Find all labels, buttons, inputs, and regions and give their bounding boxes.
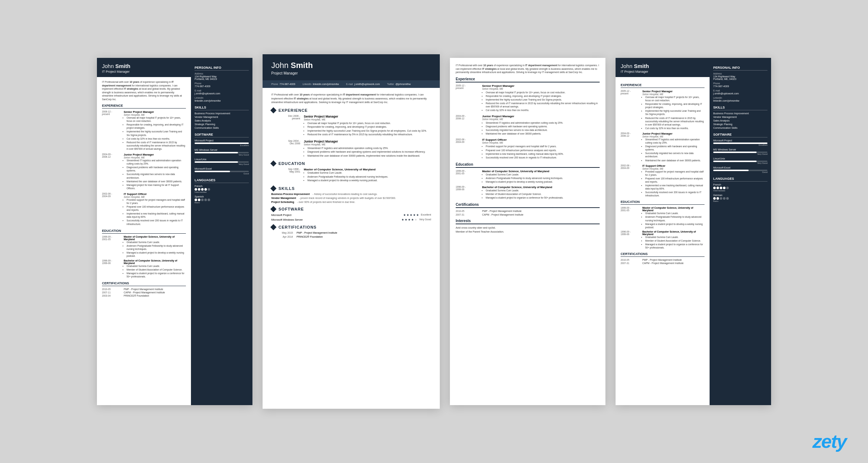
lang-1: French Intermediate [195,185,249,193]
skill1-name: Business Process Improvement [271,193,310,195]
r4-sw1-name: Microsoft Project [713,139,767,142]
star: ★ [410,213,412,217]
exp3-dates: 2002-08 -2004-09 [102,192,122,197]
r4-sbar-software-title: Software [713,133,767,137]
sbar-address-label: Address [195,72,249,75]
r3-exp3-company: Seton Hospital, ME [482,141,600,144]
sbar-linkedin: linkedin.com/johnsmitw [195,99,249,102]
r4-skill-5: Communication Skills [713,127,767,129]
r4-edu2-content: Bachelor of Computer Science, University… [642,230,705,249]
r3-edu-title: Education [456,162,600,168]
bullet: Successfully resolved over 200 issues in… [127,219,186,225]
r4-exp3-company: Seton Hospital, ME [642,167,705,170]
linkedin-value: linkedin.com/johnsmitw [313,83,339,85]
bullet: Provided support for project managers an… [486,145,600,148]
r4-exp2-company: Seton Hospital, ME [642,135,705,138]
r4-lang1-label: Intermediate [713,190,767,192]
r2-exp2-dates: Sep 2004 -Dec 2006 [271,140,300,158]
r3-exp3-body: IT Support Officer Seton Hospital, ME Pr… [482,138,600,159]
sw-2-bar [195,152,249,153]
star: ★ [413,213,416,217]
sw-2: MS Windows Server Very Good [195,149,249,156]
r2-sw-1: Microsoft Project ★ ★ ★ ★ ★ Excellent [271,213,431,217]
bullet: Graduated Summa Cum Laude. [307,171,431,175]
bullet: Implemented the highly successful Lean T… [127,130,186,136]
bullet: Streamlined IT logistics and administrat… [486,121,600,124]
r4-sbar-skills: Skills Business Process Improvement Vend… [713,106,767,129]
sw-2-label: Very Good [195,154,249,156]
r4-lang-2: German Basic [713,194,767,202]
r4-exp1-content: Senior Project Manager Seton Hospital, M… [642,90,705,130]
resume1-exp-title: Experience [102,104,186,109]
bullet: Managed a student project to develop a w… [486,180,600,183]
r4-sw-4: Microsoft Excel Good [713,166,767,173]
resume2-certifications: Certifications May 2015 PMP - Project Ma… [271,225,431,238]
email-label: E-mail [346,83,353,85]
bullet: Implemented a new tracking dashboard, cu… [486,152,600,156]
bullet: Reduced the costs of IT maintenance in 2… [645,116,705,126]
r4-cert2-dates: 2007-31 [621,262,641,264]
r4-lang2-name: German [713,194,767,196]
bullet: Graduated Summa Cum Laude. [127,241,186,244]
edu1-degree: Master of Computer Science, University o… [124,235,186,241]
r4-sw-2: MS Windows Server Very Good [713,148,767,155]
r3-exp1-bullets: Oversaw all major hospital IT projects f… [482,91,600,112]
r4-linkedin: linkedin.com/johnsmitw [713,99,767,102]
edu1-content: Master of Computer Science, University o… [124,235,186,258]
email-value: j.smith@uptowork.com [354,83,380,85]
r4-exp3-dates: 2002-08 -2004-09 [621,164,641,169]
bullet: Reduced the costs of IT maintenance by 5… [307,133,431,136]
resume2-title: Project Manager [271,71,431,75]
r4-skill-1: Business Process Improvement [713,112,767,115]
sbar-skills: Skills Business Process Improvement Vend… [195,106,249,129]
resume4-sidebar: Personal Info Address 134 Rightward WayP… [710,58,771,405]
star: ★ [411,218,414,221]
r4-exp2-dates: 2004-09 -2006-12 [621,132,641,137]
bullet: Diagnosed problems with hardware and ope… [127,166,186,172]
sw-3-name: Linux/Unix [195,158,249,161]
bullet: Prepared over 100 infrastructure perform… [645,177,705,183]
resume-card-1: John Smith IT Project Manager IT Profess… [97,58,252,405]
edu2-degree: Bachelor of Computer Science, University… [124,259,186,264]
bullet: Implemented the highly successful Lean T… [307,129,431,133]
cert-section-title: Certifications [278,225,316,229]
r2-exp2-body: Junior Project Manager Seton Hospital, M… [304,140,431,158]
bullet: Implemented a new tracking dashboard, cu… [127,212,186,218]
resume1-exp-1: 2006-12 -present Senior Project Manager … [102,110,186,151]
r4-exp1-title: Senior Project Manager [642,90,705,93]
resume3-body: IT Professional with over 10 years of ex… [450,58,605,405]
bullet: Prepared over 100 infrastructure perform… [127,205,186,212]
resume1-cert-title: Certifications [102,281,186,286]
sbar-phone: 774-987-4009 [195,85,249,88]
exp2-dates: 2004-09 -2006-12 [102,153,122,158]
bullet: Successfully resolved over 200 issues in… [645,191,705,197]
sbar-linkedin-label: LinkedIn [195,97,249,99]
r4-edu-header: Education [621,200,705,205]
cert2-name: CAPM - Project Management Institute [124,291,186,294]
r2-exp1-company: Seton Hospital, ME [304,118,431,121]
linkedin-label: LinkedIn [302,83,311,85]
r4-exp3-content: IT Support Officer Seton Hospital, ME Pr… [642,164,705,197]
star: ★ [401,218,404,221]
sw-4-bar [195,171,249,172]
r4-cert-1: 2010-05 PMP - Project Management Institu… [621,259,705,261]
exp2-bullets: Streamlined IT logistics and administrat… [124,159,186,190]
resume4-title: IT Project Manager [621,70,705,73]
bullet: Graduated Summa Cum Laude. [486,189,600,192]
r3-exp2-body: Junior Project Manager Seton Hospital, M… [482,115,600,136]
skill-2: Vendor Management [195,116,249,118]
resume1-edu-2: 1996-09 -1999-06 Bachelor of Computer Sc… [102,259,186,279]
edu-section-title: Education [278,161,305,166]
r4-cert-header: Certifications [621,252,705,257]
bullet: Managed a student project to develop a w… [645,222,705,229]
edu2-content: Bachelor of Computer Science, University… [124,259,186,278]
r3-edu2-bullets: Graduated Summa Cum Laude. Member of Stu… [482,189,600,199]
cert1-dates: 2010-05 [102,288,122,290]
contact-email: E-mail j.smith@uptowork.com [346,83,380,85]
r4-exp1-company: Seton Hospital, ME [642,93,705,95]
lang-2-label: Basic [195,201,249,204]
diamond-icon [271,206,277,212]
r3-cert-1: 2010-05 PMP - Project Management Institu… [456,210,600,212]
star: ★ [403,213,406,217]
bullet: Oversaw all major hospital IT projects f… [645,95,705,102]
